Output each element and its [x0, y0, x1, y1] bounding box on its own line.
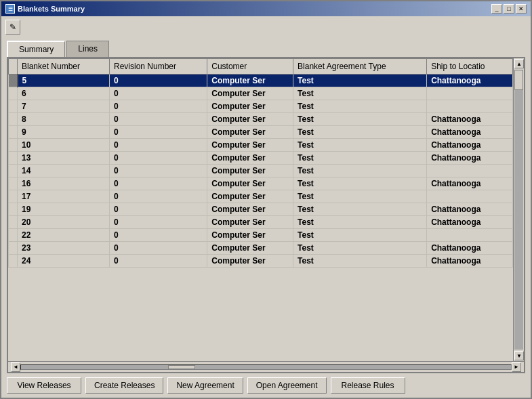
- table-row[interactable]: 90Computer SerTestChattanooga: [9, 126, 513, 139]
- tab-lines[interactable]: Lines: [66, 41, 109, 57]
- minimize-button[interactable]: _: [491, 4, 502, 14]
- customer-cell: Computer Ser: [207, 100, 293, 113]
- customer-cell: Computer Ser: [207, 255, 293, 268]
- row-indicator: [9, 203, 18, 216]
- customer-cell: Computer Ser: [207, 229, 293, 242]
- customer-cell: Computer Ser: [207, 139, 293, 152]
- scroll-up-button[interactable]: ▲: [514, 59, 524, 68]
- col-customer-header: Customer: [207, 59, 293, 75]
- revision-number-cell: 0: [110, 113, 207, 126]
- revision-number-cell: 0: [110, 190, 207, 203]
- customer-cell: Computer Ser: [207, 165, 293, 177]
- table-scroll-area[interactable]: Blanket Number Revision Number Customer …: [8, 58, 513, 361]
- scroll-right-button[interactable]: ►: [512, 362, 521, 372]
- ship-location-cell: Chattanooga: [427, 126, 513, 139]
- row-indicator: [9, 75, 18, 87]
- row-indicator: [9, 229, 18, 242]
- table-row[interactable]: 100Computer SerTestChattanooga: [9, 139, 513, 152]
- agreement-type-cell: Test: [293, 126, 427, 139]
- scroll-thumb[interactable]: [514, 70, 523, 90]
- ship-location-cell: [427, 229, 513, 242]
- table-row[interactable]: 190Computer SerTestChattanooga: [9, 203, 513, 216]
- row-indicator: [9, 100, 18, 113]
- footer-buttons: View Releases Create Releases New Agreem…: [1, 373, 531, 398]
- agreement-type-cell: Test: [293, 100, 427, 113]
- revision-number-cell: 0: [110, 242, 207, 255]
- row-indicator: [9, 242, 18, 255]
- vertical-scrollbar[interactable]: ▲ ▼: [513, 58, 524, 361]
- customer-cell: Computer Ser: [207, 242, 293, 255]
- view-releases-button[interactable]: View Releases: [7, 377, 81, 394]
- agreement-type-cell: Test: [293, 165, 427, 177]
- blanket-number-cell: 20: [18, 216, 110, 229]
- window-icon: ☰: [5, 4, 15, 14]
- revision-number-cell: 0: [110, 75, 207, 87]
- blanket-number-cell: 22: [18, 229, 110, 242]
- col-ship-location-header: Ship to Locatio: [427, 59, 513, 75]
- agreement-type-cell: Test: [293, 75, 427, 87]
- title-bar-left: ☰ Blankets Summary: [5, 4, 85, 14]
- new-agreement-button[interactable]: New Agreement: [167, 377, 243, 394]
- blanket-number-cell: 7: [18, 100, 110, 113]
- table-row[interactable]: 240Computer SerTestChattanooga: [9, 255, 513, 268]
- data-table: Blanket Number Revision Number Customer …: [8, 58, 513, 268]
- ship-location-cell: Chattanooga: [427, 203, 513, 216]
- close-button[interactable]: ✕: [516, 4, 527, 14]
- table-row[interactable]: 70Computer SerTest: [9, 100, 513, 113]
- customer-cell: Computer Ser: [207, 126, 293, 139]
- restore-button[interactable]: □: [504, 4, 514, 14]
- revision-number-cell: 0: [110, 126, 207, 139]
- table-row[interactable]: 220Computer SerTest: [9, 229, 513, 242]
- h-scroll-track[interactable]: [20, 364, 512, 370]
- scroll-left-button[interactable]: ◄: [11, 362, 20, 372]
- ship-location-cell: [427, 100, 513, 113]
- revision-number-cell: 0: [110, 87, 207, 100]
- blanket-number-cell: 5: [18, 75, 110, 87]
- agreement-type-cell: Test: [293, 152, 427, 165]
- open-agreement-button[interactable]: Open Agreement: [247, 377, 327, 394]
- table-row[interactable]: 60Computer SerTest: [9, 87, 513, 100]
- agreement-type-cell: Test: [293, 113, 427, 126]
- row-indicator: [9, 126, 18, 139]
- ship-location-cell: Chattanooga: [427, 216, 513, 229]
- horizontal-scrollbar[interactable]: ◄ ►: [8, 361, 524, 372]
- h-scroll-thumb[interactable]: [168, 365, 195, 369]
- release-rules-button[interactable]: Release Rules: [331, 377, 405, 394]
- col-blanket-number-header: Blanket Number: [18, 59, 110, 75]
- table-row[interactable]: 230Computer SerTestChattanooga: [9, 242, 513, 255]
- scroll-down-button[interactable]: ▼: [514, 351, 524, 360]
- row-indicator: [9, 87, 18, 100]
- table-row[interactable]: 170Computer SerTest: [9, 190, 513, 203]
- scroll-track[interactable]: [514, 70, 523, 350]
- table-row[interactable]: 50Computer SerTestChattanooga: [9, 75, 513, 87]
- agreement-type-cell: Test: [293, 177, 427, 190]
- table-row[interactable]: 80Computer SerTestChattanooga: [9, 113, 513, 126]
- customer-cell: Computer Ser: [207, 113, 293, 126]
- row-indicator: [9, 139, 18, 152]
- blanket-number-cell: 16: [18, 177, 110, 190]
- blanket-number-cell: 9: [18, 126, 110, 139]
- row-indicator: [9, 152, 18, 165]
- tab-summary[interactable]: Summary: [7, 41, 65, 57]
- main-window: ☰ Blankets Summary _ □ ✕ ✎ Summary Lines: [0, 0, 532, 399]
- table-row[interactable]: 160Computer SerTestChattanooga: [9, 177, 513, 190]
- revision-number-cell: 0: [110, 216, 207, 229]
- create-releases-button[interactable]: Create Releases: [85, 377, 163, 394]
- customer-cell: Computer Ser: [207, 216, 293, 229]
- revision-number-cell: 0: [110, 100, 207, 113]
- revision-number-cell: 0: [110, 152, 207, 165]
- ship-location-cell: Chattanooga: [427, 75, 513, 87]
- edit-button[interactable]: ✎: [5, 20, 20, 35]
- row-indicator: [9, 113, 18, 126]
- blanket-number-cell: 8: [18, 113, 110, 126]
- table-row[interactable]: 200Computer SerTestChattanooga: [9, 216, 513, 229]
- content-area: Blanket Number Revision Number Customer …: [7, 57, 525, 373]
- table-row[interactable]: 140Computer SerTest: [9, 165, 513, 177]
- blanket-number-cell: 14: [18, 165, 110, 177]
- revision-number-cell: 0: [110, 203, 207, 216]
- agreement-type-cell: Test: [293, 87, 427, 100]
- col-agreement-type-header: Blanket Agreement Type: [293, 59, 427, 75]
- agreement-type-cell: Test: [293, 203, 427, 216]
- table-row[interactable]: 130Computer SerTestChattanooga: [9, 152, 513, 165]
- customer-cell: Computer Ser: [207, 203, 293, 216]
